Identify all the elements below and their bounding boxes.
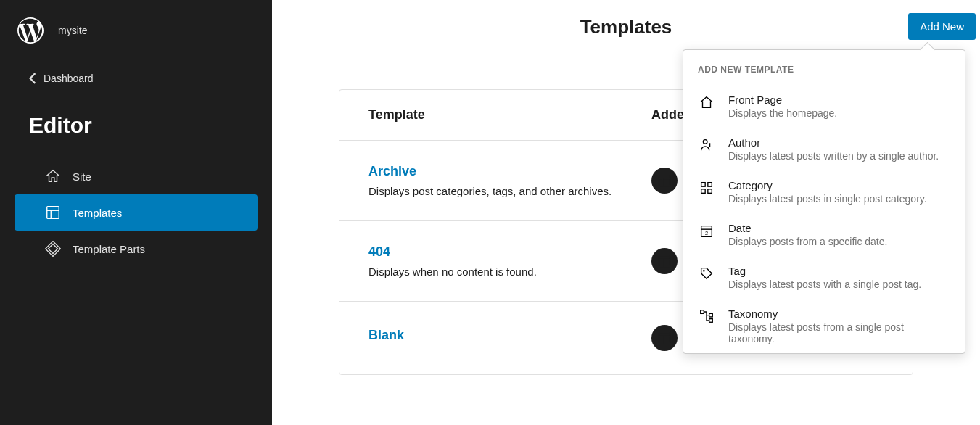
author-icon — [698, 136, 715, 154]
dropdown-item-title: Front Page — [728, 94, 950, 106]
calendar-icon: 2 — [698, 222, 715, 239]
add-new-template-dropdown: ADD NEW TEMPLATE Front Page Displays the… — [683, 49, 965, 354]
dropdown-item-title: Tag — [728, 265, 950, 277]
dropdown-text: Category Displays latest posts in single… — [728, 179, 950, 205]
main-content: Templates Add New Template Added by Arch… — [272, 0, 980, 425]
dropdown-item-desc: Displays latest posts written by a singl… — [728, 150, 950, 162]
dropdown-item-category[interactable]: Category Displays latest posts in single… — [683, 170, 965, 213]
page-title: Templates — [580, 16, 672, 38]
diamond-icon — [45, 241, 61, 257]
dropdown-text: Taxonomy Displays latest posts from a si… — [728, 308, 950, 344]
sidebar-item-label: Site — [73, 170, 91, 183]
dropdown-item-title: Category — [728, 179, 950, 191]
sidebar-item-label: Templates — [73, 207, 122, 219]
tag-icon — [698, 265, 715, 282]
sidebar-item-template-parts[interactable]: Template Parts — [15, 231, 258, 267]
add-new-button[interactable]: Add New — [908, 13, 976, 40]
dropdown-item-date[interactable]: 2 Date Displays posts from a specific da… — [683, 213, 965, 256]
dropdown-header: ADD NEW TEMPLATE — [683, 50, 965, 85]
template-cell: Archive Displays post categories, tags, … — [368, 164, 651, 197]
dropdown-item-title: Author — [728, 136, 950, 149]
template-name-link[interactable]: 404 — [368, 244, 651, 260]
dropdown-item-desc: Displays the homepage. — [728, 107, 950, 119]
chevron-left-icon — [29, 73, 36, 84]
dropdown-item-author[interactable]: Author Displays latest posts written by … — [683, 128, 965, 170]
layout-icon — [45, 205, 61, 220]
sidebar-item-site[interactable]: Site — [15, 158, 258, 194]
svg-rect-24 — [701, 310, 704, 314]
dropdown-item-tag[interactable]: Tag Displays latest posts with a single … — [683, 256, 965, 299]
home-icon — [45, 168, 61, 184]
sidebar-item-label: Template Parts — [73, 243, 145, 255]
svg-rect-5 — [659, 176, 670, 186]
dropdown-item-desc: Displays posts from a specific date. — [728, 236, 950, 247]
svg-rect-16 — [701, 183, 706, 186]
dropdown-item-desc: Displays latest posts from a single post… — [728, 321, 950, 344]
dropdown-item-title: Taxonomy — [728, 308, 950, 320]
template-description: Displays post categories, tags, and othe… — [368, 185, 651, 197]
main-header: Templates Add New — [272, 0, 980, 54]
dropdown-text: Tag Displays latest posts with a single … — [728, 265, 950, 290]
template-cell: Blank — [368, 328, 651, 349]
svg-rect-11 — [659, 333, 670, 344]
template-name-link[interactable]: Archive — [368, 164, 651, 179]
taxonomy-icon — [698, 308, 715, 325]
svg-rect-18 — [701, 189, 706, 194]
dropdown-item-taxonomy[interactable]: Taxonomy Displays latest posts from a si… — [683, 299, 965, 353]
dropdown-item-desc: Displays latest posts with a single post… — [728, 278, 950, 290]
template-name-link[interactable]: Blank — [368, 328, 651, 343]
site-name[interactable]: mysite — [58, 25, 87, 36]
sidebar: mysite Dashboard Editor Site Templates T… — [0, 0, 272, 425]
dropdown-text: Author Displays latest posts written by … — [728, 136, 950, 162]
dropdown-text: Front Page Displays the homepage. — [728, 94, 950, 119]
dropdown-item-title: Date — [728, 222, 950, 234]
svg-rect-8 — [659, 256, 670, 267]
column-header-template: Template — [368, 107, 651, 123]
home-icon — [698, 94, 715, 111]
svg-rect-0 — [47, 207, 59, 219]
sidebar-header: mysite — [0, 0, 272, 61]
back-to-dashboard-link[interactable]: Dashboard — [0, 61, 272, 96]
theme-icon — [651, 325, 678, 351]
back-label: Dashboard — [44, 73, 94, 84]
theme-icon — [651, 248, 678, 274]
theme-icon — [651, 168, 678, 194]
svg-rect-17 — [708, 183, 712, 186]
svg-rect-26 — [709, 319, 713, 323]
dropdown-text: Date Displays posts from a specific date… — [728, 222, 950, 247]
editor-title: Editor — [0, 96, 272, 158]
dropdown-item-front-page[interactable]: Front Page Displays the homepage. — [683, 85, 965, 128]
svg-point-14 — [703, 140, 707, 144]
template-description: Displays when no content is found. — [368, 265, 651, 278]
svg-rect-3 — [49, 244, 58, 254]
svg-rect-19 — [708, 189, 712, 194]
wordpress-logo-icon[interactable] — [17, 17, 44, 44]
svg-text:2: 2 — [705, 230, 708, 236]
grid-icon — [698, 179, 715, 197]
svg-point-23 — [703, 270, 705, 272]
dropdown-item-desc: Displays latest posts in single post cat… — [728, 193, 950, 205]
sidebar-item-templates[interactable]: Templates — [15, 194, 258, 231]
svg-rect-25 — [709, 313, 713, 317]
template-cell: 404 Displays when no content is found. — [368, 244, 651, 278]
